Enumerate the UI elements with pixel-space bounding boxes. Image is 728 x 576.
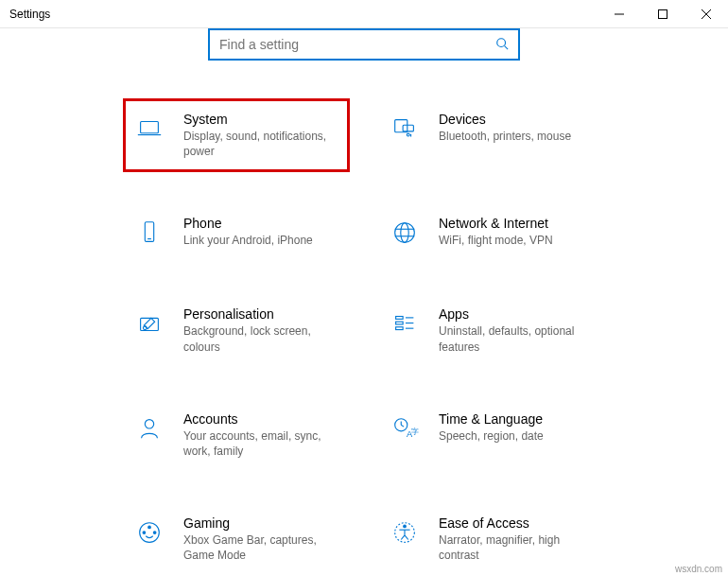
tile-gaming[interactable]: Gaming Xbox Game Bar, captures, Game Mod…: [123, 502, 350, 576]
svg-line-40: [401, 535, 405, 540]
close-button[interactable]: [685, 0, 728, 28]
tile-desc: Your accounts, email, sync, work, family: [183, 428, 340, 459]
person-icon: [132, 411, 166, 445]
svg-text:字: 字: [411, 427, 419, 435]
tile-title: Personalisation: [183, 306, 340, 322]
svg-line-5: [505, 45, 509, 49]
tile-devices[interactable]: Devices Bluetooth, printers, mouse: [378, 98, 605, 172]
time-language-icon: A字: [388, 411, 422, 445]
svg-point-14: [395, 223, 415, 243]
svg-point-26: [145, 419, 153, 428]
tile-title: Network & Internet: [439, 216, 596, 231]
tile-network[interactable]: Network & Internet WiFi, flight mode, VP…: [378, 202, 605, 263]
tile-title: Devices: [439, 112, 596, 127]
accessibility-icon: [388, 515, 422, 550]
settings-grid: System Display, sound, notifications, po…: [19, 98, 709, 576]
tile-ease-of-access[interactable]: Ease of Access Narrator, magnifier, high…: [378, 502, 605, 576]
svg-point-34: [143, 531, 147, 534]
svg-rect-9: [403, 125, 413, 131]
tile-desc: Speech, region, date: [439, 428, 596, 444]
tile-desc: Background, lock screen, colours: [183, 323, 340, 354]
phone-icon: [132, 216, 166, 250]
tile-title: Ease of Access: [439, 515, 596, 531]
svg-rect-8: [395, 120, 407, 132]
titlebar: Settings: [0, 0, 728, 28]
globe-icon: [388, 216, 422, 250]
svg-point-15: [401, 223, 408, 243]
svg-rect-1: [659, 9, 667, 18]
search-box[interactable]: [208, 28, 520, 61]
tile-desc: Link your Android, iPhone: [183, 233, 340, 248]
tile-title: System: [183, 112, 340, 127]
tile-personalisation[interactable]: Personalisation Background, lock screen,…: [123, 293, 350, 367]
minimize-button[interactable]: [598, 0, 641, 28]
content: System Display, sound, notifications, po…: [0, 28, 728, 576]
svg-rect-22: [396, 327, 404, 330]
tile-desc: Narrator, magnifier, high contrast: [439, 532, 596, 563]
tile-desc: Display, sound, notifications, power: [183, 129, 340, 159]
tile-desc: WiFi, flight mode, VPN: [439, 233, 596, 248]
maximize-icon: [658, 9, 667, 19]
tile-title: Apps: [439, 306, 596, 322]
minimize-icon: [615, 9, 624, 19]
window-controls: [598, 0, 728, 28]
svg-rect-6: [141, 122, 159, 133]
svg-point-37: [403, 525, 407, 529]
svg-point-10: [407, 133, 409, 136]
window-title: Settings: [9, 8, 50, 21]
paintbrush-icon: [132, 306, 166, 340]
gaming-icon: [132, 515, 166, 550]
svg-rect-20: [396, 317, 404, 320]
tile-title: Time & Language: [439, 411, 596, 427]
apps-icon: [388, 306, 422, 340]
tile-title: Phone: [183, 216, 340, 231]
tile-apps[interactable]: Apps Uninstall, defaults, optional featu…: [378, 293, 605, 367]
laptop-icon: [132, 112, 166, 146]
svg-rect-21: [396, 323, 404, 325]
tile-accounts[interactable]: Accounts Your accounts, email, sync, wor…: [123, 398, 350, 472]
svg-point-35: [153, 531, 157, 534]
tile-phone[interactable]: Phone Link your Android, iPhone: [123, 202, 350, 263]
tile-time-language[interactable]: A字 Time & Language Speech, region, date: [378, 398, 605, 472]
svg-line-41: [405, 535, 408, 540]
tile-desc: Xbox Game Bar, captures, Game Mode: [183, 532, 340, 563]
tile-system[interactable]: System Display, sound, notifications, po…: [123, 98, 350, 172]
maximize-button[interactable]: [641, 0, 685, 28]
tile-title: Gaming: [183, 515, 340, 531]
svg-point-33: [147, 526, 151, 530]
close-icon: [702, 9, 711, 19]
tile-title: Accounts: [183, 411, 340, 427]
svg-point-4: [497, 38, 506, 46]
search-icon: [495, 37, 509, 53]
watermark: wsxdn.com: [675, 564, 722, 574]
search-input[interactable]: [219, 37, 518, 52]
svg-line-29: [401, 425, 404, 427]
devices-icon: [388, 112, 422, 146]
search-wrap: [19, 28, 709, 98]
tile-desc: Uninstall, defaults, optional features: [439, 323, 596, 354]
tile-desc: Bluetooth, printers, mouse: [439, 129, 596, 144]
